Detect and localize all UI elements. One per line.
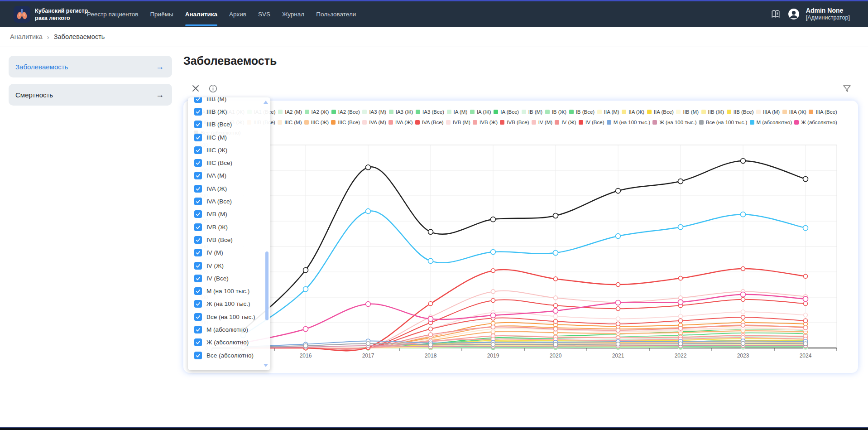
sidebar-item-incidence[interactable]: Заболеваемость → <box>9 56 172 77</box>
filter-icon[interactable] <box>841 83 852 94</box>
checkbox-checked-icon[interactable] <box>194 97 202 103</box>
user-info[interactable]: Admin None [Администратор] <box>806 7 850 21</box>
data-point-marker[interactable] <box>803 177 808 182</box>
series-checkbox-row[interactable]: IV (Ж) <box>194 259 270 272</box>
data-point-marker[interactable] <box>741 297 745 301</box>
data-point-marker[interactable] <box>804 302 808 306</box>
nav-item-link[interactable]: Архив <box>229 1 246 27</box>
nav-item-link[interactable]: Пользователи <box>316 1 356 27</box>
data-point-marker[interactable] <box>491 290 495 294</box>
breadcrumb-analytics[interactable]: Аналитика <box>10 33 43 40</box>
series-checkbox-row[interactable]: IV (М) <box>194 246 270 259</box>
data-point-marker[interactable] <box>678 179 683 184</box>
scroll-up-icon[interactable] <box>264 101 268 104</box>
nav-item-link[interactable]: Реестр пациентов <box>87 1 138 27</box>
checkbox-checked-icon[interactable] <box>194 185 202 193</box>
data-point-marker[interactable] <box>366 209 371 214</box>
data-point-marker[interactable] <box>303 287 308 292</box>
checkbox-checked-icon[interactable] <box>194 249 202 256</box>
data-point-marker[interactable] <box>741 341 745 345</box>
checkbox-checked-icon[interactable] <box>194 338 202 346</box>
data-point-marker[interactable] <box>616 234 621 239</box>
series-checkbox-row[interactable]: IVA (М) <box>194 169 270 182</box>
data-point-marker[interactable] <box>428 229 433 234</box>
data-point-marker[interactable] <box>679 276 683 280</box>
data-point-marker[interactable] <box>366 302 371 307</box>
data-point-marker[interactable] <box>553 308 558 313</box>
series-checkbox-row[interactable]: IIIC (М) <box>194 131 270 144</box>
series-checkbox-row[interactable]: IVB (Ж) <box>194 221 270 233</box>
series-checkbox-row[interactable]: IIIB (М) <box>194 97 270 105</box>
data-point-marker[interactable] <box>804 319 808 323</box>
data-point-marker[interactable] <box>554 343 558 347</box>
series-checkbox-row[interactable]: IVB (Все) <box>194 233 270 246</box>
data-point-marker[interactable] <box>803 226 808 231</box>
data-point-marker[interactable] <box>678 300 683 304</box>
data-point-marker[interactable] <box>741 315 745 319</box>
data-point-marker[interactable] <box>366 342 370 346</box>
data-point-marker[interactable] <box>804 274 808 278</box>
nav-item-link[interactable]: SVS <box>258 1 270 27</box>
data-point-marker[interactable] <box>429 327 433 331</box>
data-point-marker[interactable] <box>616 322 620 326</box>
checkbox-checked-icon[interactable] <box>194 287 202 295</box>
series-checkbox-row[interactable]: IIIB (Ж) <box>194 105 270 118</box>
data-point-marker[interactable] <box>303 327 308 332</box>
dropdown-scrollbar-thumb[interactable] <box>265 251 269 320</box>
series-checkbox-row[interactable]: М (абсолютно) <box>194 323 270 336</box>
series-checkbox-row[interactable]: IVB (М) <box>194 208 270 221</box>
data-point-marker[interactable] <box>741 292 746 297</box>
data-point-marker[interactable] <box>616 283 620 287</box>
data-point-marker[interactable] <box>741 323 745 327</box>
checkbox-checked-icon[interactable] <box>194 223 202 231</box>
data-point-marker[interactable] <box>679 326 683 330</box>
data-point-marker[interactable] <box>303 268 308 273</box>
scroll-down-icon[interactable] <box>264 364 268 367</box>
data-point-marker[interactable] <box>554 319 558 324</box>
data-point-marker[interactable] <box>679 314 683 319</box>
data-point-marker[interactable] <box>491 299 495 303</box>
data-point-marker[interactable] <box>616 317 620 321</box>
checkbox-checked-icon[interactable] <box>194 300 202 308</box>
series-checkbox-row[interactable]: М (на 100 тыс.) <box>194 285 270 297</box>
data-point-marker[interactable] <box>491 343 495 347</box>
data-point-marker[interactable] <box>429 302 433 306</box>
handbook-icon[interactable] <box>770 8 782 20</box>
data-point-marker[interactable] <box>741 310 745 314</box>
data-point-marker[interactable] <box>616 188 621 193</box>
info-icon[interactable] <box>207 83 218 94</box>
sidebar-item-mortality[interactable]: Смертность → <box>9 84 172 106</box>
checkbox-checked-icon[interactable] <box>194 198 202 205</box>
close-icon[interactable] <box>190 83 201 94</box>
nav-item-link[interactable]: Приёмы <box>150 1 173 27</box>
user-avatar-icon[interactable] <box>788 8 800 20</box>
series-checkbox-row[interactable]: IVA (Ж) <box>194 182 270 195</box>
checkbox-checked-icon[interactable] <box>194 210 202 218</box>
series-checkbox-row[interactable]: IV (Все) <box>194 272 270 285</box>
data-point-marker[interactable] <box>679 319 683 323</box>
nav-item-active[interactable]: Аналитика <box>185 1 217 27</box>
data-point-marker[interactable] <box>616 300 621 305</box>
data-point-marker[interactable] <box>428 316 433 321</box>
data-point-marker[interactable] <box>679 342 683 346</box>
data-point-marker[interactable] <box>554 327 558 331</box>
data-point-marker[interactable] <box>491 325 495 329</box>
series-checkbox-row[interactable]: Все (абсолютно) <box>194 349 270 362</box>
series-checkbox-row[interactable]: Все (на 100 тыс.) <box>194 310 270 323</box>
data-point-marker[interactable] <box>429 333 433 337</box>
data-point-marker[interactable] <box>554 314 558 319</box>
data-point-marker[interactable] <box>554 277 558 281</box>
data-point-marker[interactable] <box>616 328 620 332</box>
data-point-marker[interactable] <box>804 326 808 330</box>
series-line-Все (абсолютно)[interactable] <box>243 161 806 330</box>
checkbox-checked-icon[interactable] <box>194 108 202 116</box>
data-point-marker[interactable] <box>803 296 808 301</box>
data-point-marker[interactable] <box>741 267 745 271</box>
series-checkbox-row[interactable]: IIIC (Все) <box>194 156 270 169</box>
checkbox-checked-icon[interactable] <box>194 313 202 321</box>
checkbox-checked-icon[interactable] <box>194 262 202 270</box>
data-point-marker[interactable] <box>741 212 746 217</box>
data-point-marker[interactable] <box>679 296 683 300</box>
series-checkbox-row[interactable]: IIIC (Ж) <box>194 144 270 156</box>
checkbox-checked-icon[interactable] <box>194 159 202 167</box>
